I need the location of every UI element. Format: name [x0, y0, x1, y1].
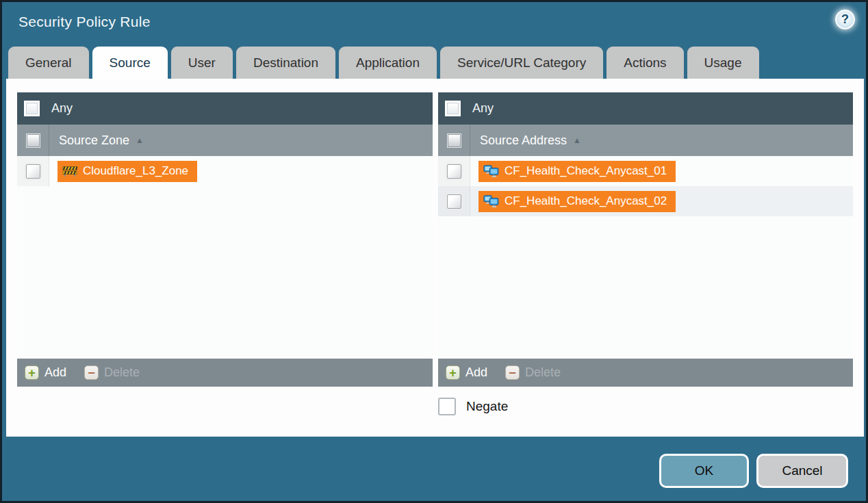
source-address-any-label: Any	[472, 101, 494, 116]
source-address-column-title: Source Address	[480, 133, 567, 148]
add-address-button[interactable]: + Add	[446, 365, 487, 380]
dialog-title: Security Policy Rule	[18, 14, 151, 30]
help-icon[interactable]: ?	[835, 10, 855, 29]
row-checkbox-cell	[17, 156, 49, 186]
negate-checkbox[interactable]	[438, 398, 456, 415]
source-address-list: CF_Health_Check_Anycast_01	[438, 156, 853, 359]
source-address-select-all-checkbox[interactable]	[448, 134, 461, 147]
tab-user[interactable]: User	[171, 47, 233, 79]
delete-button-label: Delete	[525, 365, 561, 380]
source-zone-column-header[interactable]: Source Zone ▲	[17, 125, 433, 156]
source-address-footer: + Add − Delete	[438, 359, 853, 387]
source-address-panel: Any Source Address ▲	[438, 92, 853, 387]
address-icon	[483, 165, 499, 178]
address-object-tag[interactable]: CF_Health_Check_Anycast_02	[478, 191, 676, 212]
row-checkbox-cell	[438, 156, 470, 186]
source-address-row-checkbox[interactable]	[447, 164, 461, 179]
sort-ascending-icon: ▲	[573, 136, 581, 145]
sort-ascending-icon: ▲	[136, 136, 144, 145]
plus-icon: +	[446, 365, 460, 380]
delete-address-button[interactable]: − Delete	[505, 365, 561, 380]
zone-object-label: Cloudflare_L3_Zone	[83, 164, 188, 178]
minus-icon: −	[84, 365, 99, 380]
select-all-cell	[438, 125, 470, 156]
title-bar: Security Policy Rule ?	[2, 2, 866, 46]
add-button-label: Add	[465, 365, 487, 380]
address-object-tag[interactable]: CF_Health_Check_Anycast_01	[478, 161, 676, 182]
negate-label: Negate	[466, 399, 508, 414]
table-row[interactable]: CF_Health_Check_Anycast_02	[438, 186, 853, 216]
source-zone-any-header: Any	[17, 92, 433, 125]
minus-icon: −	[505, 365, 520, 380]
source-address-row-checkbox[interactable]	[447, 194, 461, 209]
negate-row: Negate	[438, 398, 508, 415]
tab-destination[interactable]: Destination	[236, 47, 335, 79]
select-all-cell	[17, 125, 49, 156]
zone-icon	[62, 166, 77, 177]
zone-object-tag[interactable]: Cloudflare_L3_Zone	[58, 161, 197, 182]
ok-button[interactable]: OK	[659, 454, 749, 488]
tab-actions[interactable]: Actions	[607, 47, 683, 79]
tab-application[interactable]: Application	[339, 47, 437, 79]
add-zone-button[interactable]: + Add	[25, 365, 66, 380]
source-zone-select-all-checkbox[interactable]	[27, 134, 40, 147]
source-zone-row-checkbox[interactable]	[26, 164, 40, 179]
security-policy-rule-dialog: Security Policy Rule ? General Source Us…	[0, 0, 868, 503]
table-row[interactable]: Cloudflare_L3_Zone	[17, 156, 433, 186]
tab-source[interactable]: Source	[92, 47, 168, 79]
plus-icon: +	[25, 365, 39, 380]
delete-zone-button[interactable]: − Delete	[84, 365, 140, 380]
source-address-any-checkbox[interactable]	[445, 101, 461, 116]
source-zone-column-title: Source Zone	[59, 133, 129, 148]
tab-general[interactable]: General	[8, 47, 89, 79]
source-zone-any-checkbox[interactable]	[24, 101, 40, 116]
row-checkbox-cell	[438, 186, 470, 216]
address-object-label: CF_Health_Check_Anycast_01	[505, 164, 667, 178]
source-tab-content: Any Source Zone ▲	[6, 79, 864, 437]
cancel-button[interactable]: Cancel	[756, 454, 848, 488]
source-zone-panel: Any Source Zone ▲	[17, 92, 433, 387]
tab-usage[interactable]: Usage	[687, 47, 759, 79]
table-row[interactable]: CF_Health_Check_Anycast_01	[438, 156, 853, 186]
tab-service-url-category[interactable]: Service/URL Category	[440, 47, 603, 79]
source-zone-list: Cloudflare_L3_Zone	[17, 156, 433, 359]
source-address-any-header: Any	[438, 92, 853, 125]
source-address-column-header[interactable]: Source Address ▲	[438, 125, 853, 156]
source-zone-footer: + Add − Delete	[17, 359, 433, 387]
add-button-label: Add	[44, 365, 66, 380]
tab-strip: General Source User Destination Applicat…	[8, 47, 759, 79]
address-object-label: CF_Health_Check_Anycast_02	[505, 194, 667, 208]
address-icon	[483, 195, 499, 208]
delete-button-label: Delete	[104, 365, 140, 380]
source-zone-any-label: Any	[51, 101, 73, 116]
